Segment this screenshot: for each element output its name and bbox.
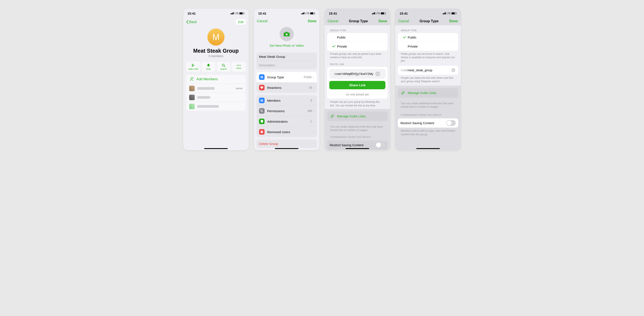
edit-button[interactable]: Edit (236, 19, 246, 25)
link-footer: People can share this link with others a… (395, 75, 461, 83)
status-icons: LTE (442, 12, 456, 14)
home-indicator[interactable] (204, 148, 228, 149)
done-button[interactable]: Done (449, 19, 458, 23)
network-label: LTE (376, 12, 380, 14)
public-link-input[interactable]: t.me/ meat_steak_group (398, 66, 458, 75)
svg-point-44 (378, 74, 378, 74)
svg-point-12 (237, 65, 238, 66)
svg-rect-24 (315, 13, 315, 14)
chevron-right-icon: › (313, 99, 314, 102)
removed-icon (259, 129, 264, 135)
row-value: 16 (308, 86, 312, 89)
battery-icon (381, 12, 386, 14)
option-private[interactable]: Private (327, 42, 388, 51)
section-header-forwarding: FORWARDING FROM THIS GROUP (395, 109, 461, 118)
option-private[interactable]: Private (398, 42, 458, 51)
row-label: Removed Users (267, 130, 290, 134)
svg-rect-46 (442, 13, 443, 14)
delete-group-button[interactable]: Delete Group (256, 140, 317, 148)
svg-point-45 (378, 74, 379, 74)
svg-rect-18 (301, 13, 302, 14)
row-value: Public (304, 75, 312, 79)
home-indicator[interactable] (275, 148, 298, 149)
svg-point-13 (238, 65, 239, 66)
add-members-button[interactable]: Add Members (186, 75, 246, 84)
back-button[interactable]: Back (186, 20, 197, 24)
restrict-toggle[interactable] (446, 120, 456, 126)
section-header-group-type: GROUP TYPE (395, 25, 461, 33)
group-avatar[interactable]: M (208, 28, 224, 46)
done-button[interactable]: Done (378, 19, 387, 23)
invite-link-text[interactable]: t.me/+WNq8EhQy74o4Y2My (335, 72, 373, 76)
manage-invite-links-button[interactable]: Manage Invite Links (327, 112, 388, 121)
section-header-forwarding: FORWARDING FROM THIS GROUP (324, 132, 390, 140)
group-type-row[interactable]: Group Type Public › (256, 72, 317, 82)
row-value: 1 (310, 120, 312, 123)
nav-title: Group Type (420, 19, 439, 23)
more-icon (237, 65, 240, 66)
chevron-right-icon: › (313, 109, 314, 113)
permissions-icon (259, 108, 264, 114)
member-row[interactable] (186, 102, 246, 111)
permissions-row[interactable]: Permissions 6/8 › (256, 106, 317, 116)
member-row[interactable] (186, 93, 246, 102)
svg-rect-20 (303, 13, 304, 14)
cancel-button[interactable]: Cancel (257, 19, 268, 23)
video-chat-button[interactable]: video chat (186, 62, 200, 72)
restrict-footer: Members will be able to copy, save and f… (395, 128, 461, 136)
members-row[interactable]: Members 3 › (256, 95, 317, 106)
cancel-button[interactable]: Cancel (328, 19, 338, 23)
svg-rect-49 (445, 12, 446, 14)
status-time: 15:41 (258, 11, 266, 15)
svg-rect-38 (374, 13, 374, 14)
manage-footer: You can create additional invite links t… (324, 124, 390, 132)
option-label: Private (337, 44, 347, 48)
home-indicator[interactable] (346, 148, 369, 149)
option-label: Public (337, 35, 346, 39)
svg-rect-39 (374, 12, 375, 14)
mute-button[interactable]: mute (202, 62, 216, 72)
svg-rect-0 (230, 13, 231, 14)
manage-invite-links-button[interactable]: Manage Invite Links (398, 88, 458, 98)
svg-rect-33 (262, 112, 263, 112)
member-row[interactable]: owner (186, 84, 246, 93)
share-link-button[interactable]: Share Link (329, 81, 386, 89)
check-icon (330, 45, 337, 47)
member-avatar (189, 104, 195, 109)
group-type-options: Public Private (327, 33, 388, 51)
option-label: Private (408, 44, 418, 48)
group-name-input[interactable] (259, 55, 314, 58)
more-button[interactable]: more (232, 62, 246, 72)
status-bar: 15:41 LTE (254, 8, 320, 18)
svg-point-43 (376, 74, 377, 74)
reactions-row[interactable]: Reactions 16 › (256, 82, 317, 93)
svg-rect-5 (240, 12, 243, 14)
group-subtitle: 3 members (183, 54, 249, 58)
done-button[interactable]: Done (308, 19, 316, 23)
nav-bar: Cancel Group Type Done (324, 18, 390, 25)
svg-rect-35 (261, 132, 263, 132)
screen-edit-group: 15:41 LTE Cancel Done Set New Photo or V… (254, 8, 320, 150)
description-input[interactable] (259, 63, 314, 67)
option-public[interactable]: Public (398, 33, 458, 42)
set-photo-circle[interactable] (280, 27, 294, 41)
svg-point-30 (262, 100, 263, 101)
restrict-toggle[interactable] (376, 142, 385, 148)
status-bar: 15:41 LTE (324, 8, 390, 18)
option-public[interactable]: Public (327, 33, 388, 42)
home-indicator[interactable] (416, 148, 440, 149)
admins-row[interactable]: Administrators 1 › (256, 116, 317, 127)
link-options-button[interactable] (375, 71, 380, 76)
group-type-icon (259, 74, 264, 80)
invite-link-card: t.me/+WNq8EhQy74o4Y2My Share Link no one… (327, 67, 388, 99)
row-label: Members (267, 99, 281, 102)
clear-button[interactable] (452, 68, 455, 72)
avatar-letter: M (212, 32, 220, 42)
removed-users-row[interactable]: Removed Users › (256, 127, 317, 137)
name-desc-section (256, 52, 317, 69)
set-photo-link[interactable]: Set New Photo or Video (254, 44, 320, 50)
svg-rect-7 (192, 64, 192, 67)
cancel-button[interactable]: Cancel (398, 19, 409, 23)
search-button[interactable]: search (216, 62, 231, 72)
svg-rect-3 (233, 12, 234, 14)
